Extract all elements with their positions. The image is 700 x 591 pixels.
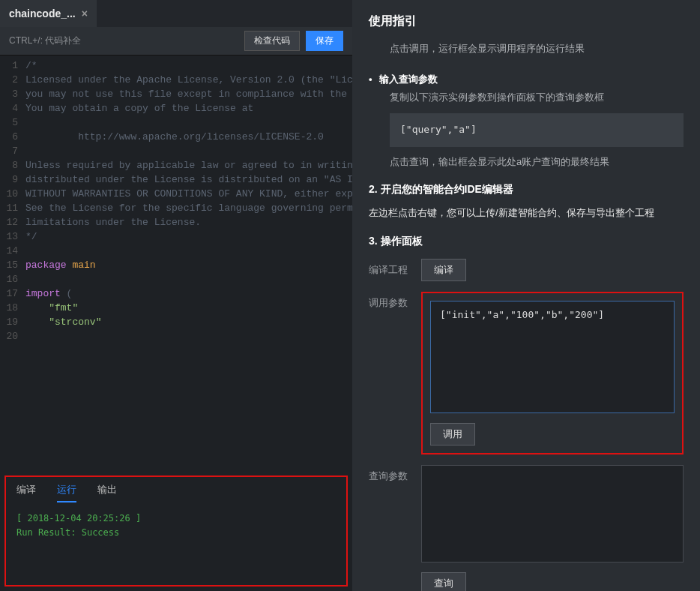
input-params-title: 输入查询参数	[369, 70, 684, 89]
invoke-button[interactable]: 调用	[430, 423, 475, 446]
code-editor[interactable]: 1234567891011121314151617181920 /*Licens…	[0, 56, 352, 471]
save-button[interactable]: 保存	[306, 31, 343, 51]
query-sample-code: ["query","a"]	[390, 113, 684, 147]
console-result: Run Result: Success	[16, 526, 336, 540]
query-input[interactable]	[421, 465, 684, 562]
query-button[interactable]: 查询	[421, 572, 466, 591]
console-output: [ 2018-12-04 20:25:26 ] Run Result: Succ…	[6, 502, 346, 585]
console-tab-compile[interactable]: 编译	[16, 483, 36, 502]
console-tabs: 编译 运行 输出	[6, 477, 346, 502]
input-params-desc2: 点击查询，输出框会显示此处a账户查询的最终结果	[369, 153, 684, 172]
close-icon[interactable]: ×	[82, 8, 88, 20]
console-timestamp: [ 2018-12-04 20:25:26 ]	[16, 512, 336, 526]
query-row: 查询参数 查询	[369, 465, 684, 591]
console-tab-output[interactable]: 输出	[97, 483, 117, 502]
line-gutter: 1234567891011121314151617181920	[0, 56, 22, 471]
section2-desc: 左边栏点击右键，您可以上传/新建智能合约、保存与导出整个工程	[369, 204, 684, 223]
shortcut-hint: CTRL+/: 代码补全	[9, 34, 238, 47]
file-tab[interactable]: chaincode_... ×	[0, 0, 97, 27]
compile-row: 编译工程 编译	[369, 259, 684, 281]
query-label: 查询参数	[369, 465, 411, 483]
console-tab-run[interactable]: 运行	[57, 483, 76, 502]
guide-title: 使用指引	[369, 14, 684, 29]
check-code-button[interactable]: 检查代码	[244, 31, 300, 51]
tab-title: chaincode_...	[9, 8, 76, 20]
invoke-input[interactable]	[430, 301, 675, 413]
editor-toolbar: CTRL+/: 代码补全 检查代码 保存	[0, 27, 352, 56]
console-panel: 编译 运行 输出 [ 2018-12-04 20:25:26 ] Run Res…	[4, 476, 348, 586]
compile-button[interactable]: 编译	[421, 259, 466, 281]
section2-title: 2. 开启您的智能合约IDE编辑器	[369, 183, 684, 196]
invoke-row: 调用参数 调用	[369, 292, 684, 454]
input-params-desc: 复制以下演示实例参数到操作面板下的查询参数框	[369, 88, 684, 107]
editor-pane: chaincode_... × CTRL+/: 代码补全 检查代码 保存 123…	[0, 0, 352, 591]
tab-bar: chaincode_... ×	[0, 0, 352, 27]
invoke-label: 调用参数	[369, 292, 411, 310]
guide-desc0: 点击调用，运行框会显示调用程序的运行结果	[369, 40, 684, 58]
code-area[interactable]: /*Licensed under the Apache License, Ver…	[22, 56, 352, 471]
section3-title: 3. 操作面板	[369, 235, 684, 248]
guide-pane: 使用指引 点击调用，运行框会显示调用程序的运行结果 输入查询参数 复制以下演示实…	[352, 0, 700, 591]
compile-label: 编译工程	[369, 259, 411, 277]
